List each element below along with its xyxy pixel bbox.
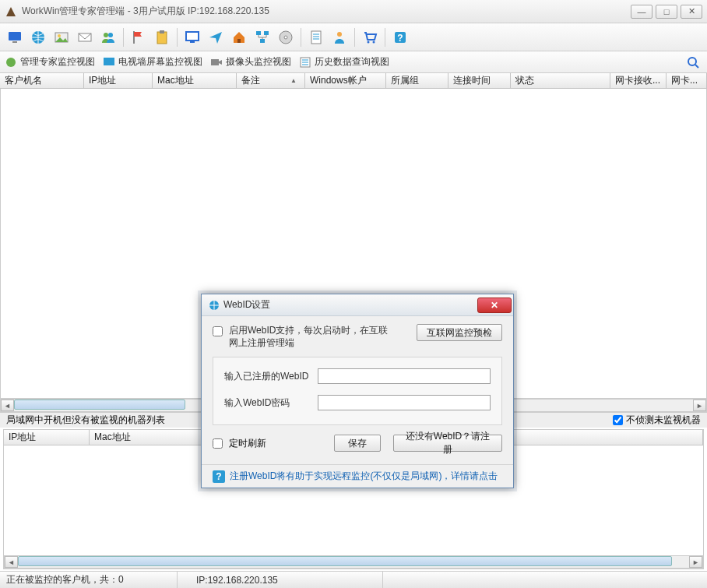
scroll-right-icon[interactable]: ► (693, 400, 706, 411)
tab-tvwall-label: 电视墙屏幕监控视图 (118, 55, 202, 69)
col-ip[interactable]: IP地址 (84, 73, 153, 88)
timed-refresh-checkbox[interactable] (213, 438, 223, 449)
webid-input[interactable] (318, 368, 491, 384)
toolbar-person-icon[interactable] (329, 27, 350, 48)
webid-password-input[interactable] (318, 395, 491, 410)
toolbar-separator (177, 28, 178, 47)
scroll-thumb[interactable] (18, 556, 672, 566)
scroll-left-icon[interactable]: ◄ (1, 400, 14, 411)
tab-history-view[interactable]: 历史数据查询视图 (299, 55, 389, 69)
save-button[interactable]: 保存 (334, 435, 381, 452)
window-close-button[interactable]: ✕ (681, 5, 702, 19)
toolbar-house-icon[interactable] (229, 27, 249, 48)
svg-point-6 (104, 33, 108, 37)
col-note[interactable]: 备注▲ (237, 73, 305, 88)
toolbar-users-icon[interactable] (98, 27, 118, 48)
main-area: 客户机名 IP地址 Mac地址 备注▲ Windows帐户 所属组 连接时间 状… (0, 73, 707, 571)
svg-rect-26 (211, 59, 219, 65)
svg-text:?: ? (216, 471, 221, 482)
no-detect-checkbox[interactable] (613, 415, 623, 425)
subcol-ip[interactable]: IP地址 (4, 430, 90, 445)
toolbar-separator (301, 28, 301, 47)
svg-point-21 (373, 40, 375, 43)
status-ip: IP:192.168.220.135 (196, 572, 383, 588)
svg-point-17 (284, 36, 287, 39)
col-status[interactable]: 状态 (511, 73, 610, 88)
status-bar: 正在被监控的客户机，共：0 IP:192.168.220.135 (0, 571, 707, 588)
col-nicmore[interactable]: 网卡... (667, 73, 707, 88)
toolbar-network-icon[interactable] (252, 27, 273, 48)
toolbar-doc-icon[interactable] (306, 27, 326, 48)
toolbar-disc-icon[interactable] (276, 27, 296, 48)
toolbar-monitor-icon[interactable] (5, 27, 25, 48)
toolbar-separator (385, 28, 385, 47)
dialog-footer-hint[interactable]: 注册WebID将有助于实现远程监控(不仅仅是局域网)，详情请点击 (230, 470, 498, 483)
register-button[interactable]: 还没有WebID？请注册 (393, 435, 502, 452)
window-titlebar: WorkWin管理专家管理端 - 3用户试用版 IP:192.168.220.1… (0, 0, 707, 23)
col-client[interactable]: 客户机名 (0, 73, 84, 88)
precheck-button[interactable]: 互联网监控预检 (417, 324, 502, 341)
col-winuser[interactable]: Windows帐户 (305, 73, 386, 88)
webid-label: 输入已注册的WebID (224, 370, 310, 383)
svg-point-19 (337, 32, 342, 37)
view-tabs-bar: 管理专家监控视图 电视墙屏幕监控视图 摄像头监控视图 历史数据查询视图 (0, 51, 707, 73)
scroll-right-icon[interactable]: ► (689, 556, 702, 568)
dialog-title: WebID设置 (223, 298, 477, 312)
search-icon[interactable] (687, 56, 699, 69)
svg-rect-13 (256, 31, 261, 35)
svg-point-20 (368, 40, 370, 43)
svg-point-24 (6, 58, 16, 67)
col-nicrecv[interactable]: 网卡接收... (610, 73, 667, 88)
svg-text:?: ? (397, 33, 403, 44)
camera-tab-icon (210, 56, 223, 69)
status-clients: 正在被监控的客户机，共：0 (6, 572, 178, 588)
sub-grid-hscrollbar[interactable]: ◄ ► (4, 555, 703, 569)
scroll-thumb[interactable] (14, 400, 185, 410)
toolbar-separator (123, 28, 124, 47)
svg-rect-12 (237, 39, 241, 43)
svg-rect-9 (160, 30, 164, 33)
tvwall-tab-icon (103, 56, 115, 69)
svg-rect-1 (12, 41, 17, 43)
dialog-close-button[interactable]: ✕ (477, 298, 512, 313)
svg-rect-11 (190, 41, 195, 43)
col-conntime[interactable]: 连接时间 (448, 73, 511, 88)
window-minimize-button[interactable]: — (631, 5, 652, 19)
tab-camera-view[interactable]: 摄像头监控视图 (210, 55, 291, 69)
timed-refresh-text: 定时刷新 (229, 437, 266, 450)
toolbar-separator (354, 28, 355, 47)
monitor-tab-icon (5, 56, 17, 69)
tab-tvwall-view[interactable]: 电视墙屏幕监控视图 (103, 55, 202, 69)
toolbar-image-icon[interactable] (51, 27, 72, 48)
no-detect-checkbox-label[interactable]: 不侦测未监视机器 (613, 414, 701, 427)
toolbar-globe-icon[interactable] (28, 27, 48, 48)
svg-rect-14 (264, 31, 269, 35)
main-grid-header: 客户机名 IP地址 Mac地址 备注▲ Windows帐户 所属组 连接时间 状… (0, 73, 707, 89)
toolbar-clipboard-icon[interactable] (152, 27, 172, 48)
svg-point-4 (58, 34, 61, 37)
col-mac[interactable]: Mac地址 (153, 73, 237, 88)
enable-webid-text: 启用WebID支持，每次启动时，在互联网上注册管理端 (229, 324, 392, 349)
toolbar-help-icon[interactable]: ? (390, 27, 410, 48)
svg-rect-10 (186, 32, 199, 40)
toolbar-mail-icon[interactable] (75, 27, 95, 48)
sub-panel-title: 局域网中开机但没有被监视的机器列表 (6, 414, 165, 427)
toolbar-screen-icon[interactable] (182, 27, 202, 48)
svg-point-28 (688, 58, 696, 65)
toolbar-flag-icon[interactable] (128, 27, 149, 48)
col-group[interactable]: 所属组 (386, 73, 448, 88)
globe-icon (208, 299, 220, 312)
svg-rect-0 (9, 32, 21, 40)
dialog-footer: ? 注册WebID将有助于实现远程监控(不仅仅是局域网)，详情请点击 (202, 464, 513, 488)
toolbar-cart-icon[interactable] (360, 27, 380, 48)
enable-webid-checkbox[interactable] (213, 326, 223, 336)
svg-rect-15 (260, 39, 265, 43)
dialog-titlebar[interactable]: WebID设置 ✕ (202, 294, 513, 316)
svg-rect-18 (311, 31, 321, 44)
toolbar-send-icon[interactable] (206, 27, 226, 48)
window-maximize-button[interactable]: □ (656, 5, 677, 19)
tab-monitor-view[interactable]: 管理专家监控视图 (5, 55, 95, 69)
scroll-left-icon[interactable]: ◄ (5, 556, 18, 568)
app-icon (5, 5, 17, 18)
no-detect-text: 不侦测未监视机器 (626, 414, 701, 427)
